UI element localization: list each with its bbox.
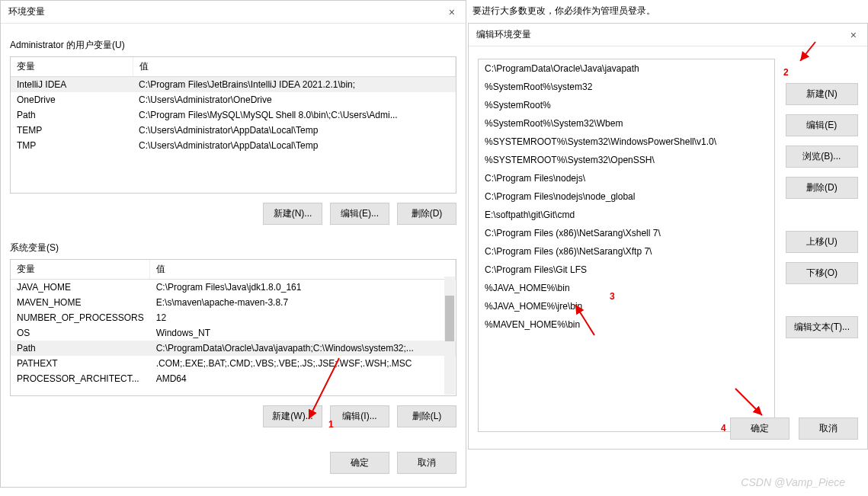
table-row[interactable]: MAVEN_HOMEE:\s\maven\apache-maven-3.8.7 [11, 295, 456, 310]
var-value: C:\Users\Administrator\AppData\Local\Tem… [133, 123, 456, 138]
path-list[interactable]: C:\ProgramData\Oracle\Java\javapath%Syst… [478, 59, 775, 432]
var-name: Path [11, 107, 133, 123]
table-row[interactable]: IntelliJ IDEAC:\Program Files\JetBrains\… [11, 77, 456, 93]
sys-col-var[interactable]: 变量 [11, 260, 150, 280]
var-value: C:\ProgramData\Oracle\Java\javapath;C:\W… [150, 341, 456, 356]
table-row[interactable]: PATHEXT.COM;.EXE;.BAT;.CMD;.VBS;.VBE;.JS… [11, 356, 456, 371]
sys-new-button[interactable]: 新建(W)... [263, 405, 322, 427]
var-value: C:\Program Files\JetBrains\IntelliJ IDEA… [133, 77, 456, 93]
edit-ok-button[interactable]: 确定 [730, 418, 790, 440]
env-title: 环境变量 [8, 5, 45, 18]
edit-text-button[interactable]: 编辑文本(T)... [786, 316, 858, 338]
table-row[interactable]: PROCESSOR_ARCHITECT...AMD64 [11, 371, 456, 386]
edit-bottom-row: 确定 取消 [730, 418, 858, 440]
edit-title-bar: 编辑环境变量 × [469, 24, 867, 46]
edit-env-dialog: 编辑环境变量 × C:\ProgramData\Oracle\Java\java… [468, 23, 868, 450]
edit-side-buttons: 新建(N) 编辑(E) 浏览(B)... 删除(D) 上移(U) 下移(O) 编… [786, 83, 858, 338]
close-icon[interactable]: × [446, 6, 458, 18]
list-item[interactable]: %SYSTEMROOT%\System32\OpenSSH\ [479, 151, 774, 169]
admin-hint: 要进行大多数更改，你必须作为管理员登录。 [472, 5, 655, 18]
var-value: .COM;.EXE;.BAT;.CMD;.VBS;.VBE;.JS;.JSE;.… [150, 356, 456, 371]
var-name: Path [11, 341, 150, 356]
list-item[interactable]: %SYSTEMROOT%\System32\WindowsPowerShell\… [479, 133, 774, 151]
sys-scrollbar[interactable] [444, 277, 455, 395]
list-item[interactable]: %JAVA_HOME%\jre\bin [479, 297, 774, 315]
list-item[interactable]: C:\Program Files\nodejs\node_global [479, 187, 774, 206]
user-vars-table[interactable]: 变量 值 IntelliJ IDEAC:\Program Files\JetBr… [11, 57, 456, 153]
user-vars-table-wrap: 变量 值 IntelliJ IDEAC:\Program Files\JetBr… [10, 56, 456, 194]
edit-delete-button[interactable]: 删除(D) [786, 177, 858, 199]
list-item[interactable]: C:\ProgramData\Oracle\Java\javapath [479, 59, 774, 78]
edit-cancel-button[interactable]: 取消 [799, 418, 858, 440]
var-name: OneDrive [11, 92, 133, 107]
var-name: MAVEN_HOME [11, 295, 150, 310]
edit-close-icon[interactable]: × [847, 29, 860, 41]
var-value: C:\Program Files\MySQL\MySQL Shell 8.0\b… [133, 107, 456, 123]
var-name: NUMBER_OF_PROCESSORS [11, 310, 150, 325]
col-var[interactable]: 变量 [11, 57, 133, 77]
table-row[interactable]: TEMPC:\Users\Administrator\AppData\Local… [11, 123, 456, 138]
col-val[interactable]: 值 [133, 57, 456, 77]
var-value: 12 [150, 310, 456, 325]
sys-col-val[interactable]: 值 [150, 260, 456, 280]
list-item[interactable]: %JAVA_HOME%\bin [479, 279, 774, 297]
edit-browse-button[interactable]: 浏览(B)... [786, 146, 858, 168]
edit-movedown-button[interactable]: 下移(O) [786, 262, 858, 284]
sys-vars-table-wrap: 变量 值 JAVA_HOMEC:\Program Files\Java\jdk1… [10, 259, 456, 396]
table-row[interactable]: JAVA_HOMEC:\Program Files\Java\jdk1.8.0_… [11, 280, 456, 296]
var-name: OS [11, 325, 150, 341]
sys-vars-label: 系统变量(S) [1, 234, 466, 259]
sys-btn-row: 新建(W)... 编辑(I)... 删除(L) [1, 396, 466, 437]
user-btn-row: 新建(N)... 编辑(E)... 删除(D) [1, 194, 466, 234]
table-row[interactable]: PathC:\ProgramData\Oracle\Java\javapath;… [11, 341, 456, 356]
var-name: PATHEXT [11, 356, 150, 371]
var-name: TEMP [11, 123, 133, 138]
var-name: JAVA_HOME [11, 280, 150, 296]
table-row[interactable]: TMPC:\Users\Administrator\AppData\Local\… [11, 138, 456, 153]
edit-new-button[interactable]: 新建(N) [786, 83, 858, 105]
user-new-button[interactable]: 新建(N)... [263, 203, 322, 225]
table-row[interactable]: PathC:\Program Files\MySQL\MySQL Shell 8… [11, 107, 456, 123]
sys-scroll-thumb[interactable] [445, 296, 454, 341]
env-cancel-button[interactable]: 取消 [397, 452, 456, 474]
var-value: C:\Users\Administrator\OneDrive [133, 92, 456, 107]
list-item[interactable]: %MAVEN_HOME%\bin [479, 315, 774, 334]
user-vars-label: Administrator 的用户变量(U) [1, 31, 466, 56]
edit-edit-button[interactable]: 编辑(E) [786, 114, 858, 136]
env-title-bar: 环境变量 × [1, 1, 466, 24]
var-name: TMP [11, 138, 133, 153]
list-item[interactable]: %SystemRoot%\System32\Wbem [479, 114, 774, 133]
list-item[interactable]: %SystemRoot%\system32 [479, 78, 774, 96]
var-value: E:\s\maven\apache-maven-3.8.7 [150, 295, 456, 310]
var-value: C:\Program Files\Java\jdk1.8.0_161 [150, 280, 456, 296]
env-ok-button[interactable]: 确定 [330, 452, 389, 474]
user-edit-button[interactable]: 编辑(E)... [330, 203, 389, 225]
edit-moveup-button[interactable]: 上移(U) [786, 231, 858, 253]
sys-edit-button[interactable]: 编辑(I)... [330, 405, 389, 427]
table-row[interactable]: NUMBER_OF_PROCESSORS12 [11, 310, 456, 325]
edit-title: 编辑环境变量 [476, 28, 531, 41]
env-vars-dialog: 环境变量 × Administrator 的用户变量(U) 变量 值 Intel… [0, 0, 466, 488]
env-bottom-row: 确定 取消 [1, 437, 466, 483]
list-item[interactable]: C:\Program Files (x86)\NetSarang\Xftp 7\ [479, 242, 774, 261]
var-value: C:\Users\Administrator\AppData\Local\Tem… [133, 138, 456, 153]
list-item[interactable]: %SystemRoot% [479, 96, 774, 114]
table-row[interactable]: OneDriveC:\Users\Administrator\OneDrive [11, 92, 456, 107]
var-value: Windows_NT [150, 325, 456, 341]
list-item[interactable]: C:\Program Files (x86)\NetSarang\Xshell … [479, 224, 774, 242]
list-item[interactable]: C:\Program Files\nodejs\ [479, 169, 774, 187]
sys-vars-table[interactable]: 变量 值 JAVA_HOMEC:\Program Files\Java\jdk1… [11, 260, 456, 386]
table-row[interactable]: OSWindows_NT [11, 325, 456, 341]
user-delete-button[interactable]: 删除(D) [397, 203, 456, 225]
var-name: IntelliJ IDEA [11, 77, 133, 93]
list-item[interactable]: C:\Program Files\Git LFS [479, 261, 774, 279]
sys-delete-button[interactable]: 删除(L) [397, 405, 456, 427]
list-item[interactable]: E:\softpath\git\Git\cmd [479, 206, 774, 224]
watermark: CSDN @Vamp_Piece [741, 476, 845, 488]
var-name: PROCESSOR_ARCHITECT... [11, 371, 150, 386]
var-value: AMD64 [150, 371, 456, 386]
